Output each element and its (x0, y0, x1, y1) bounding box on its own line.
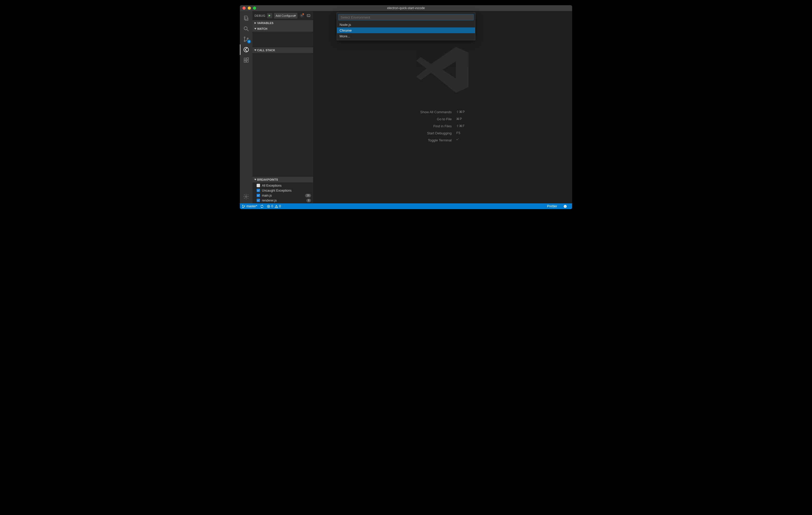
warnings-status[interactable]: 0 (275, 205, 281, 208)
titlebar: electron-quick-start-vscode (240, 5, 572, 11)
breakpoint-checkbox[interactable] (257, 189, 260, 192)
sync-status[interactable] (260, 205, 264, 208)
callstack-section-body (253, 53, 313, 177)
svg-rect-8 (244, 60, 246, 62)
branch-name: master* (246, 205, 257, 208)
traffic-lights (240, 6, 256, 10)
breakpoint-checkbox[interactable] (257, 184, 260, 187)
svg-marker-18 (254, 179, 256, 180)
explorer-activity-icon[interactable] (240, 13, 253, 24)
sidebar-title: DEBUG (255, 14, 265, 17)
callstack-section-header[interactable]: Call Stack (253, 47, 313, 53)
svg-marker-12 (269, 14, 270, 17)
editor-hints: Show All Commands⇧⌘PGo to File⌘PFind in … (420, 110, 465, 142)
editor-hint-shortcut: ^` (456, 138, 465, 142)
chevron-right-icon (254, 22, 257, 24)
svg-marker-17 (254, 50, 256, 51)
errors-count: 0 (271, 205, 273, 208)
svg-point-29 (566, 206, 566, 206)
breakpoints-label: Breakpoints (257, 178, 278, 181)
breakpoint-checkbox[interactable] (257, 199, 260, 202)
breakpoint-checkbox[interactable] (257, 194, 260, 197)
svg-marker-16 (254, 28, 256, 30)
debug-console-icon[interactable] (306, 13, 311, 18)
svg-point-1 (244, 27, 247, 30)
editor-hint-label: Go to File (420, 117, 452, 121)
activity-bar: 4 (240, 11, 253, 203)
vscode-window: electron-quick-start-vscode 4 (240, 5, 572, 209)
breakpoint-count: 16 (305, 194, 311, 198)
svg-point-20 (242, 207, 243, 208)
editor-hint-shortcut: ⌘P (456, 117, 465, 121)
svg-marker-15 (255, 22, 256, 24)
breakpoint-item[interactable]: All Exceptions (253, 183, 313, 188)
svg-point-21 (244, 206, 245, 206)
vscode-logo-watermark (414, 41, 471, 100)
breakpoints-section-header[interactable]: Breakpoints (253, 177, 313, 182)
svg-point-19 (242, 205, 243, 206)
chevron-down-icon (254, 49, 257, 51)
settings-notification-dot (302, 13, 304, 15)
status-bar: master* 0 0 Prettier (240, 203, 572, 209)
debug-sidebar: DEBUG Add Configurati Variables (253, 11, 313, 203)
svg-point-27 (564, 205, 567, 208)
breakpoints-list: All ExceptionsUncaught Exceptionsmain.js… (253, 182, 313, 203)
settings-gear-icon[interactable] (240, 191, 253, 202)
svg-rect-10 (247, 58, 249, 60)
error-icon (267, 205, 270, 208)
git-branch-status[interactable]: master* (242, 205, 257, 208)
prettier-status[interactable]: Prettier (547, 205, 557, 208)
breakpoint-label: main.js (262, 194, 272, 198)
svg-point-13 (301, 15, 302, 16)
svg-point-26 (276, 207, 277, 207)
editor-hint-label: Start Debugging (420, 131, 452, 135)
scm-activity-icon[interactable]: 4 (240, 34, 253, 44)
breakpoint-count: 6 (306, 199, 311, 202)
svg-rect-0 (244, 16, 247, 20)
window-title: electron-quick-start-vscode (240, 6, 572, 10)
watch-section-body (253, 32, 313, 47)
breakpoint-label: renderer.js (262, 199, 277, 202)
errors-status[interactable]: 0 (267, 205, 273, 208)
breakpoint-label: Uncaught Exceptions (262, 189, 291, 192)
watch-section-header[interactable]: Watch (253, 26, 313, 32)
breakpoint-item[interactable]: main.js16 (253, 193, 313, 198)
svg-point-3 (244, 37, 245, 38)
variables-section-header[interactable]: Variables (253, 20, 313, 26)
quickpick-item[interactable]: More... (337, 33, 475, 39)
search-activity-icon[interactable] (240, 24, 253, 34)
editor-hint-shortcut: F5 (456, 131, 465, 135)
warning-icon (275, 205, 278, 208)
breakpoint-label: All Exceptions (262, 184, 282, 187)
start-debug-button[interactable] (267, 13, 272, 18)
chevron-down-icon (254, 179, 257, 181)
breakpoint-item[interactable]: Uncaught Exceptions (253, 188, 313, 193)
editor-hint-shortcut: ⇧⌘P (456, 110, 465, 114)
debug-settings-icon[interactable] (299, 13, 304, 18)
debug-config-select[interactable]: Add Configurati (274, 13, 297, 19)
close-window-button[interactable] (242, 6, 245, 10)
sync-icon (260, 205, 264, 208)
quickpick-input[interactable] (338, 14, 474, 20)
quickpick-dropdown: Node.jsChromeMore... (337, 12, 475, 40)
breakpoint-item[interactable]: renderer.js6 (253, 198, 313, 203)
minimize-window-button[interactable] (248, 6, 251, 10)
svg-point-6 (244, 47, 249, 52)
svg-point-5 (247, 38, 248, 39)
chevron-down-icon (254, 28, 257, 30)
quickpick-item[interactable]: Node.js (337, 22, 475, 27)
extensions-activity-icon[interactable] (240, 55, 253, 65)
editor-hint-label: Show All Commands (420, 110, 452, 114)
quickpick-list: Node.jsChromeMore... (337, 22, 475, 40)
svg-point-28 (564, 206, 565, 206)
svg-rect-7 (244, 58, 246, 60)
svg-point-4 (244, 40, 245, 41)
debug-activity-icon[interactable] (240, 44, 253, 55)
watch-label: Watch (257, 27, 267, 30)
quickpick-item[interactable]: Chrome (337, 27, 475, 33)
editor-hint-shortcut: ⇧⌘F (456, 124, 465, 128)
callstack-label: Call Stack (257, 49, 275, 52)
zoom-window-button[interactable] (253, 6, 256, 10)
feedback-icon[interactable] (563, 205, 567, 208)
editor-hint-label: Toggle Terminal (420, 138, 452, 142)
